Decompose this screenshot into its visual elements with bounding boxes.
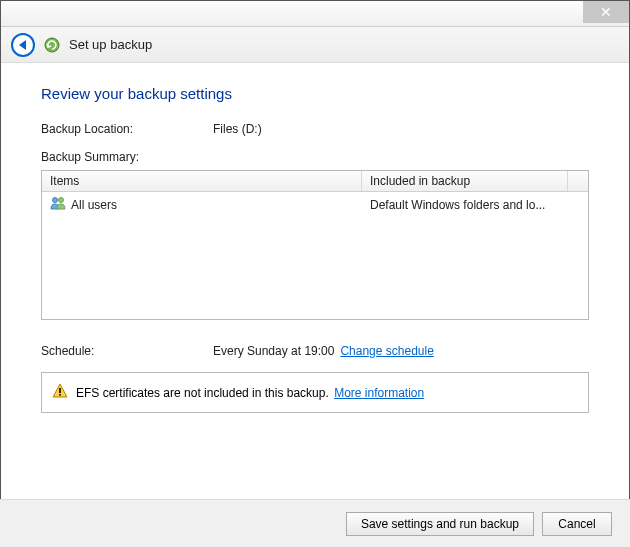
backup-location-value: Files (D:) xyxy=(213,122,262,136)
warning-message: EFS certificates are not included in thi… xyxy=(76,386,329,400)
schedule-label: Schedule: xyxy=(41,344,213,358)
cell-item: All users xyxy=(42,192,362,217)
cell-included: Default Windows folders and lo... xyxy=(362,192,588,217)
header: Set up backup xyxy=(1,27,629,63)
col-included[interactable]: Included in backup xyxy=(362,171,568,191)
col-items[interactable]: Items xyxy=(42,171,362,191)
footer: Save settings and run backup Cancel xyxy=(0,499,630,547)
svg-point-2 xyxy=(59,198,64,203)
svg-rect-3 xyxy=(59,388,61,393)
table-row[interactable]: All users Default Windows folders and lo… xyxy=(42,192,588,217)
warning-text: EFS certificates are not included in thi… xyxy=(76,386,424,400)
cell-item-text: All users xyxy=(71,198,117,212)
save-run-button[interactable]: Save settings and run backup xyxy=(346,512,534,536)
back-arrow-icon xyxy=(19,40,26,50)
close-button[interactable]: ✕ xyxy=(583,1,629,23)
backup-location-row: Backup Location: Files (D:) xyxy=(41,122,589,136)
warning-icon xyxy=(52,383,68,402)
cancel-button[interactable]: Cancel xyxy=(542,512,612,536)
backup-icon xyxy=(43,36,61,54)
backup-summary-label: Backup Summary: xyxy=(41,150,139,164)
titlebar: ✕ xyxy=(1,1,629,27)
table-header: Items Included in backup xyxy=(42,171,588,192)
back-button[interactable] xyxy=(11,33,35,57)
col-spacer xyxy=(568,171,588,191)
page-heading: Review your backup settings xyxy=(41,85,589,102)
backup-location-label: Backup Location: xyxy=(41,122,213,136)
svg-rect-4 xyxy=(59,394,61,396)
schedule-row: Schedule: Every Sunday at 19:00 Change s… xyxy=(41,344,589,358)
backup-summary-label-row: Backup Summary: xyxy=(41,150,589,164)
close-icon: ✕ xyxy=(600,4,612,20)
summary-table: Items Included in backup All users Defau… xyxy=(41,170,589,320)
window-title: Set up backup xyxy=(69,37,152,52)
schedule-value: Every Sunday at 19:00 xyxy=(213,344,334,358)
content: Review your backup settings Backup Locat… xyxy=(1,63,629,423)
svg-point-1 xyxy=(53,198,58,203)
more-info-link[interactable]: More information xyxy=(334,386,424,400)
warning-box: EFS certificates are not included in thi… xyxy=(41,372,589,413)
change-schedule-link[interactable]: Change schedule xyxy=(340,344,433,358)
users-icon xyxy=(50,195,66,214)
